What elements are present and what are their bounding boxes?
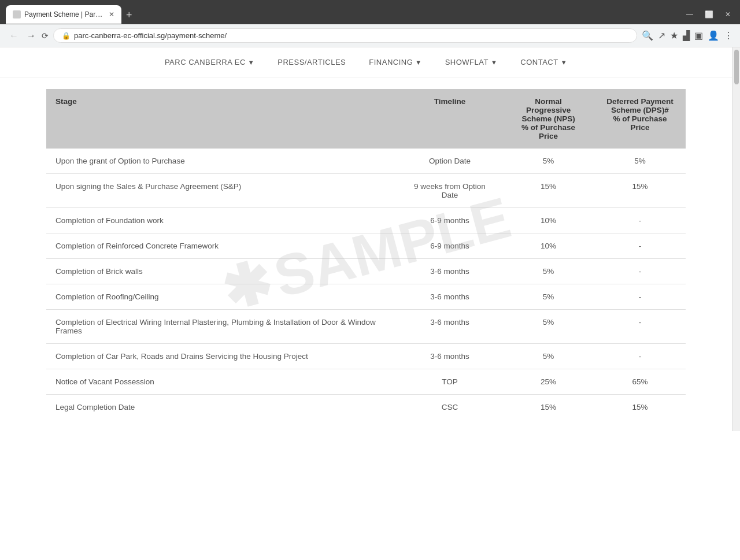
nav-label-financing: FINANCING (369, 58, 413, 66)
table-row: Completion of Roofing/Ceiling 3-6 months… (46, 284, 686, 310)
cell-nps-1: 15% (502, 174, 594, 208)
scrollbar-thumb[interactable] (734, 50, 739, 84)
table-row: Completion of Reinforced Concrete Framew… (46, 233, 686, 259)
cell-dps-9: 15% (594, 395, 686, 420)
cell-nps-0: 5% (502, 149, 594, 174)
page-wrapper: PARC CANBERRA EC ▼ PRESS/ARTICLES FINANC… (0, 47, 740, 431)
cell-stage-9: Legal Completion Date (46, 395, 397, 420)
col-header-stage: Stage (46, 89, 397, 149)
table-row: Completion of Electrical Wiring Internal… (46, 310, 686, 344)
col-header-nps: Normal ProgressiveScheme (NPS)% of Purch… (502, 89, 594, 149)
nav-label-contact: CONTACT (520, 58, 558, 66)
cell-stage-3: Completion of Reinforced Concrete Framew… (46, 233, 397, 259)
cell-timeline-3: 6-9 months (397, 233, 502, 259)
lock-icon: 🔒 (62, 32, 71, 40)
table-row: Completion of Brick walls 3-6 months 5% … (46, 259, 686, 284)
nav-item-press[interactable]: PRESS/ARTICLES (278, 58, 346, 66)
cell-timeline-7: 3-6 months (397, 344, 502, 369)
col-header-timeline: Timeline (397, 89, 502, 149)
table-row: Completion of Car Park, Roads and Drains… (46, 344, 686, 369)
bookmark-icon[interactable]: ★ (670, 30, 678, 41)
nav-item-showflat[interactable]: SHOWFLAT ▼ (445, 58, 498, 66)
tab-bar: Payment Scheme | Parc Canberra ✕ + (6, 5, 678, 24)
close-window-button[interactable]: ✕ (722, 9, 734, 20)
chevron-down-icon-showflat: ▼ (491, 59, 497, 66)
cell-dps-3: - (594, 233, 686, 259)
cell-dps-8: 65% (594, 369, 686, 395)
cell-timeline-9: CSC (397, 395, 502, 420)
cell-dps-4: - (594, 259, 686, 284)
forward-button[interactable]: → (24, 29, 38, 42)
table-row: Completion of Foundation work 6-9 months… (46, 208, 686, 233)
active-tab[interactable]: Payment Scheme | Parc Canberra ✕ (6, 5, 121, 24)
cell-dps-0: 5% (594, 149, 686, 174)
cell-stage-8: Notice of Vacant Possession (46, 369, 397, 395)
tab-close-button[interactable]: ✕ (109, 10, 114, 18)
nav-label-press: PRESS/ARTICLES (278, 58, 346, 66)
table-row: Notice of Vacant Possession TOP 25% 65% (46, 369, 686, 395)
nav-label-showflat: SHOWFLAT (445, 58, 489, 66)
new-tab-button[interactable]: + (124, 7, 135, 24)
minimize-button[interactable]: — (683, 9, 697, 20)
reload-button[interactable]: ⟳ (42, 31, 49, 40)
cell-dps-6: - (594, 310, 686, 344)
search-icon[interactable]: 🔍 (642, 30, 653, 41)
cell-nps-7: 5% (502, 344, 594, 369)
sidebar-icon[interactable]: ▣ (694, 30, 703, 41)
cell-timeline-2: 6-9 months (397, 208, 502, 233)
cell-nps-4: 5% (502, 259, 594, 284)
share-icon[interactable]: ↗ (658, 30, 665, 41)
menu-icon[interactable]: ⋮ (724, 30, 733, 41)
cell-nps-6: 5% (502, 310, 594, 344)
toolbar-icons: 🔍 ↗ ★ ▟ ▣ 👤 ⋮ (642, 30, 733, 41)
page-content: PARC CANBERRA EC ▼ PRESS/ARTICLES FINANC… (0, 47, 740, 431)
url-text: parc-canberra-ec-official.sg/payment-sch… (74, 31, 628, 40)
payment-table: Stage Timeline Normal ProgressiveScheme … (46, 89, 686, 420)
nav-item-financing[interactable]: FINANCING ▼ (369, 58, 421, 66)
cell-timeline-0: Option Date (397, 149, 502, 174)
cell-timeline-5: 3-6 months (397, 284, 502, 310)
cell-nps-2: 10% (502, 208, 594, 233)
cell-nps-5: 5% (502, 284, 594, 310)
extension-icon[interactable]: ▟ (683, 30, 690, 41)
site-navigation: PARC CANBERRA EC ▼ PRESS/ARTICLES FINANC… (0, 47, 732, 77)
cell-stage-4: Completion of Brick walls (46, 259, 397, 284)
browser-chrome: Payment Scheme | Parc Canberra ✕ + — ⬜ ✕ (0, 0, 740, 24)
cell-dps-7: - (594, 344, 686, 369)
table-row: Legal Completion Date CSC 15% 15% (46, 395, 686, 420)
nav-label-parc-canberra: PARC CANBERRA EC (165, 58, 246, 66)
profile-icon[interactable]: 👤 (708, 30, 719, 41)
cell-stage-6: Completion of Electrical Wiring Internal… (46, 310, 397, 344)
table-header-row: Stage Timeline Normal ProgressiveScheme … (46, 89, 686, 149)
address-bar: ← → ⟳ 🔒 parc-canberra-ec-official.sg/pay… (0, 24, 740, 47)
cell-timeline-6: 3-6 months (397, 310, 502, 344)
cell-stage-0: Upon the grant of Option to Purchase (46, 149, 397, 174)
cell-stage-2: Completion of Foundation work (46, 208, 397, 233)
url-bar[interactable]: 🔒 parc-canberra-ec-official.sg/payment-s… (53, 28, 637, 43)
nav-item-parc-canberra[interactable]: PARC CANBERRA EC ▼ (165, 58, 254, 66)
chevron-down-icon: ▼ (248, 59, 254, 66)
content-area: ✱ SAMPLE Stage Timeline Normal Progressi… (0, 77, 732, 431)
cell-nps-8: 25% (502, 369, 594, 395)
cell-timeline-8: TOP (397, 369, 502, 395)
cell-timeline-4: 3-6 months (397, 259, 502, 284)
nav-buttons: ← → ⟳ (7, 29, 49, 42)
cell-stage-7: Completion of Car Park, Roads and Drains… (46, 344, 397, 369)
cell-timeline-1: 9 weeks from Option Date (397, 174, 502, 208)
scrollbar-track[interactable] (732, 47, 740, 431)
cell-dps-2: - (594, 208, 686, 233)
chevron-down-icon-contact: ▼ (561, 59, 567, 66)
cell-dps-1: 15% (594, 174, 686, 208)
cell-nps-3: 10% (502, 233, 594, 259)
nav-item-contact[interactable]: CONTACT ▼ (520, 58, 567, 66)
tab-favicon (13, 10, 21, 18)
tab-title: Payment Scheme | Parc Canberra (24, 10, 105, 18)
window-controls: — ⬜ ✕ (683, 9, 734, 20)
cell-stage-5: Completion of Roofing/Ceiling (46, 284, 397, 310)
table-row: Upon signing the Sales & Purchase Agreem… (46, 174, 686, 208)
chevron-down-icon-financing: ▼ (415, 59, 421, 66)
cell-nps-9: 15% (502, 395, 594, 420)
cell-dps-5: - (594, 284, 686, 310)
maximize-button[interactable]: ⬜ (701, 9, 717, 20)
back-button[interactable]: ← (7, 29, 21, 42)
